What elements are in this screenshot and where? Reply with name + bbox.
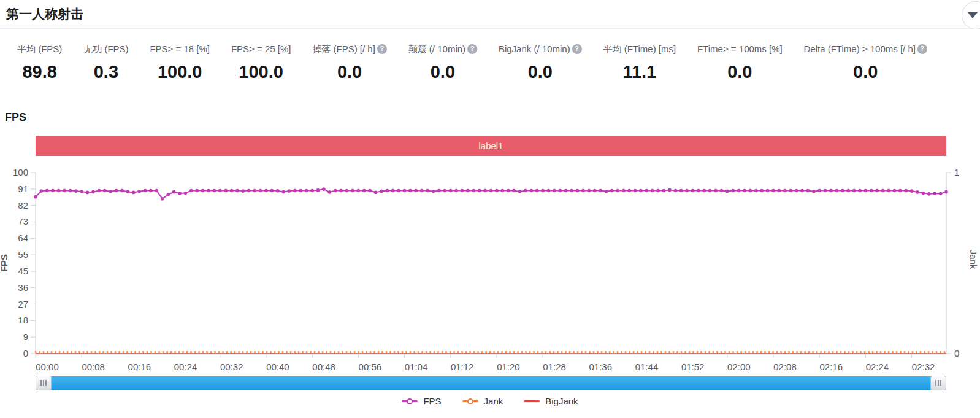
axis-tick-label: 00:40 <box>266 362 289 372</box>
page-title: 第一人称射击 <box>6 6 83 23</box>
axis-tick-label: 91 <box>18 184 28 194</box>
metric: FTime> = 100ms [%]0.0 <box>697 43 783 82</box>
metric: 颠簸 (/ 10min)?0.0 <box>408 43 477 82</box>
axis-tick-label: 02:08 <box>773 362 797 372</box>
metric: FPS> = 25 [%]100.0 <box>231 43 291 82</box>
metric: Delta (FTime) > 100ms [/ h]?0.0 <box>804 43 927 82</box>
chevron-down-icon <box>968 12 978 18</box>
y-axis-title-right: Jank <box>968 250 979 269</box>
annotation-band-label: label1 <box>478 141 503 151</box>
axis-tick-label: 00:16 <box>128 362 151 372</box>
axis-tick-label: 64 <box>18 233 28 243</box>
metric: 平均 (FTime) [ms]11.1 <box>603 43 676 82</box>
metric-value: 0.3 <box>94 61 118 82</box>
metric-label: 颠簸 (/ 10min)? <box>408 43 477 55</box>
scrollbar-track[interactable] <box>36 376 946 390</box>
legend-label: Jank <box>484 396 503 406</box>
metric-label: FPS> = 25 [%] <box>231 43 291 55</box>
axis-tick-label: 0 <box>954 348 959 358</box>
help-icon[interactable]: ? <box>917 44 927 54</box>
help-icon[interactable]: ? <box>572 44 582 54</box>
y-axis-title-left: FPS <box>0 254 9 272</box>
metric-value: 0.0 <box>528 61 553 82</box>
legend-marker-icon <box>462 398 478 404</box>
axis-tick-label: 02:16 <box>819 362 843 372</box>
legend-item-fps[interactable]: FPS <box>402 396 441 406</box>
axis-tick-label: 00:08 <box>82 362 105 372</box>
axis-tick-label: 02:32 <box>912 362 935 372</box>
legend-marker-icon <box>402 398 418 404</box>
metric-label: BigJank (/ 10min)? <box>499 43 582 55</box>
legend-label: BigJank <box>545 396 578 406</box>
axis-tick-label: 100 <box>13 167 28 177</box>
fps-line-chart[interactable]: 100918273645545362718901000:0000:0800:16… <box>0 158 980 373</box>
collapse-section-button[interactable] <box>962 1 980 29</box>
metric-value: 100.0 <box>158 61 202 82</box>
scrollbar-right-handle[interactable] <box>930 376 946 390</box>
axis-tick-label: 36 <box>18 282 28 293</box>
metric: BigJank (/ 10min)?0.0 <box>499 43 582 82</box>
axis-tick-label: 00:56 <box>359 362 382 372</box>
metric: FPS> = 18 [%]100.0 <box>150 43 210 82</box>
axis-tick-label: 55 <box>18 249 28 260</box>
annotation-band: label1 <box>36 136 946 156</box>
axis-tick-label: 01:52 <box>681 362 705 372</box>
axis-tick-label: 01:36 <box>589 362 613 372</box>
axis-tick-label: 01:12 <box>451 362 474 372</box>
axis-tick-label: 82 <box>18 200 28 211</box>
metric-label: 平均 (FTime) [ms] <box>603 43 676 55</box>
axis-tick-label: 00:48 <box>312 362 335 372</box>
axis-tick-label: 01:04 <box>405 362 428 372</box>
metrics-summary-row: 平均 (FPS)89.8无功 (FPS)0.3FPS> = 18 [%]100.… <box>17 43 927 82</box>
help-icon[interactable]: ? <box>377 44 387 54</box>
report-header: 第一人称射击 <box>0 0 980 29</box>
axis-tick-label: 18 <box>18 315 28 325</box>
metric: 掉落 (FPS) [/ h]?0.0 <box>312 43 387 82</box>
legend-item-bigjank[interactable]: BigJank <box>524 396 578 406</box>
axis-tick-label: 00:00 <box>36 362 59 372</box>
axis-tick-label: 73 <box>18 216 28 226</box>
axis-tick-label: 00:24 <box>174 362 197 372</box>
metric-label: 平均 (FPS) <box>17 43 62 55</box>
chart-legend: FPSJankBigJank <box>0 396 980 406</box>
legend-marker-icon <box>524 398 540 404</box>
metric-value: 0.0 <box>431 61 455 82</box>
axis-tick-label: 27 <box>18 299 28 309</box>
axis-tick-label: 01:44 <box>635 362 659 372</box>
metric-value: 0.0 <box>853 61 878 82</box>
metric-value: 89.8 <box>22 61 56 82</box>
help-icon[interactable]: ? <box>467 44 477 54</box>
axis-tick-label: 02:00 <box>727 362 751 372</box>
axis-tick-label: 01:20 <box>497 362 520 372</box>
axis-tick-label: 00:32 <box>220 362 243 372</box>
chart-zoom-scrollbar[interactable] <box>36 376 946 390</box>
metric-label: 无功 (FPS) <box>83 43 128 55</box>
scrollbar-left-handle[interactable] <box>36 376 52 390</box>
metric-label: 掉落 (FPS) [/ h]? <box>312 43 387 55</box>
axis-tick-label: 02:24 <box>866 362 889 372</box>
metric-value: 11.1 <box>622 61 656 82</box>
chart-section-title: FPS <box>5 110 980 125</box>
metric-label: FPS> = 18 [%] <box>150 43 210 55</box>
metric-label: FTime> = 100ms [%] <box>697 43 783 55</box>
metric: 无功 (FPS)0.3 <box>83 43 128 82</box>
legend-item-jank[interactable]: Jank <box>462 396 503 406</box>
legend-label: FPS <box>423 396 441 406</box>
axis-tick-label: 9 <box>23 331 28 342</box>
metric-value: 0.0 <box>727 61 752 82</box>
axis-tick-label: 45 <box>18 266 28 276</box>
metric-value: 0.0 <box>337 61 362 82</box>
axis-tick-label: 01:28 <box>543 362 566 372</box>
metric-value: 100.0 <box>239 61 283 82</box>
metric: 平均 (FPS)89.8 <box>17 43 62 82</box>
axis-tick-label: 1 <box>954 167 959 177</box>
axis-tick-label: 0 <box>23 348 28 358</box>
metric-label: Delta (FTime) > 100ms [/ h]? <box>804 43 927 55</box>
